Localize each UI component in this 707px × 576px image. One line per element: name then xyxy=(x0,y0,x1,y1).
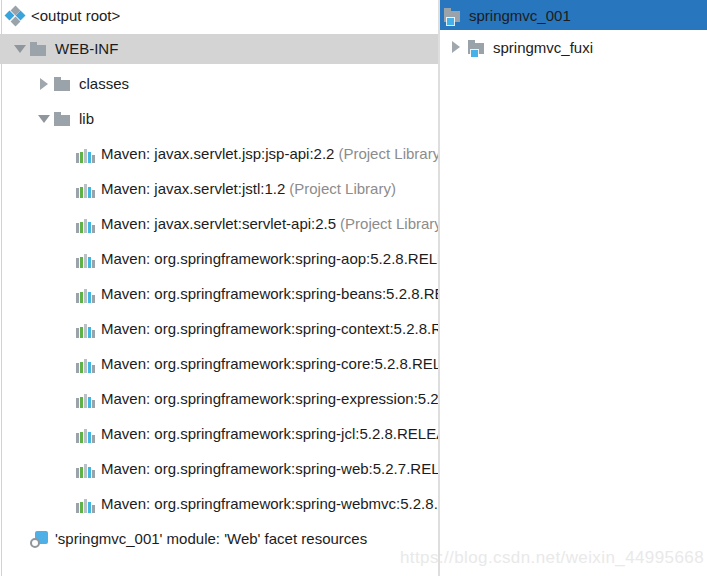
tree-row[interactable]: Maven: org.springframework:spring-contex… xyxy=(0,311,438,346)
node-label: Maven: javax.servlet.jsp:jsp-api:2.2 xyxy=(101,145,334,162)
tree-row[interactable]: Maven: org.springframework:spring-webmvc… xyxy=(0,486,438,521)
node-label: Maven: javax.servlet:jstl:1.2 xyxy=(101,180,285,197)
library-icon xyxy=(76,355,95,373)
node-label: Maven: javax.servlet:servlet-api:2.5 xyxy=(101,215,336,232)
tree-row[interactable]: lib xyxy=(0,101,438,136)
chevron-expanded-icon[interactable] xyxy=(34,101,54,136)
tree-row[interactable]: Maven: org.springframework:spring-aop:5.… xyxy=(0,241,438,276)
node-label: Maven: org.springframework:spring-webmvc… xyxy=(101,495,438,512)
tree-row[interactable]: 'springmvc_001' module: 'Web' facet reso… xyxy=(0,521,438,556)
library-icon xyxy=(76,495,95,513)
folder-icon xyxy=(54,75,73,93)
node-label: Maven: org.springframework:spring-web:5.… xyxy=(101,460,438,477)
node-suffix: (Project Library) xyxy=(340,215,438,232)
node-label: Maven: org.springframework:spring-jcl:5.… xyxy=(101,425,438,442)
tree-row[interactable]: Maven: org.springframework:spring-beans:… xyxy=(0,276,438,311)
chevron-collapsed-icon[interactable] xyxy=(444,30,468,64)
module-icon xyxy=(444,6,463,24)
node-label: Maven: org.springframework:spring-aop:5.… xyxy=(101,250,438,267)
node-label: Maven: org.springframework:spring-contex… xyxy=(101,320,438,337)
node-label: Maven: org.springframework:spring-beans:… xyxy=(101,285,438,302)
tree-row[interactable]: Maven: javax.servlet.jsp:jsp-api:2.2 (Pr… xyxy=(0,136,438,171)
tree-row[interactable]: Maven: org.springframework:spring-web:5.… xyxy=(0,451,438,486)
library-icon xyxy=(76,320,95,338)
tree-row[interactable]: Maven: org.springframework:spring-jcl:5.… xyxy=(0,416,438,451)
module-icon xyxy=(468,38,487,56)
tree-row[interactable]: Maven: org.springframework:spring-core:5… xyxy=(0,346,438,381)
chevron-expanded-icon[interactable] xyxy=(10,31,30,66)
library-icon xyxy=(76,460,95,478)
output-layout-tree: <output root> WEB-INF classes lib Maven:… xyxy=(0,0,438,576)
folder-icon xyxy=(30,40,49,58)
available-elements-tree: springmvc_001 springmvc_fuxi xyxy=(440,0,707,576)
tree-row[interactable]: classes xyxy=(0,66,438,101)
chevron-collapsed-icon[interactable] xyxy=(34,66,54,101)
tree-row[interactable]: WEB-INF xyxy=(0,31,438,66)
node-label: classes xyxy=(79,75,129,92)
library-icon xyxy=(76,180,95,198)
library-icon xyxy=(76,285,95,303)
node-label: lib xyxy=(79,110,94,127)
library-icon xyxy=(76,390,95,408)
artifact-output-layout-window: <output root> WEB-INF classes lib Maven:… xyxy=(0,0,707,576)
tree-row[interactable]: springmvc_fuxi xyxy=(440,30,707,64)
node-label: <output root> xyxy=(31,7,120,24)
library-icon xyxy=(76,425,95,443)
node-label: Maven: org.springframework:spring-expres… xyxy=(101,390,438,407)
tree-row[interactable]: <output root> xyxy=(0,0,438,31)
node-label: WEB-INF xyxy=(55,40,118,57)
tree-row[interactable]: Maven: javax.servlet:jstl:1.2 (Project L… xyxy=(0,171,438,206)
tree-row[interactable]: springmvc_001 xyxy=(440,0,707,30)
library-icon xyxy=(76,215,95,233)
node-label: springmvc_fuxi xyxy=(493,39,593,56)
artifact-icon xyxy=(6,7,25,25)
folder-icon xyxy=(54,110,73,128)
web-facet-icon xyxy=(30,530,49,548)
library-icon xyxy=(76,145,95,163)
node-label: springmvc_001 xyxy=(469,7,571,24)
node-label: Maven: org.springframework:spring-core:5… xyxy=(101,355,438,372)
node-suffix: (Project Library) xyxy=(338,145,438,162)
node-suffix: (Project Library) xyxy=(289,180,396,197)
library-icon xyxy=(76,250,95,268)
tree-row[interactable]: Maven: org.springframework:spring-expres… xyxy=(0,381,438,416)
node-label: 'springmvc_001' module: 'Web' facet reso… xyxy=(55,530,367,547)
tree-row[interactable]: Maven: javax.servlet:servlet-api:2.5 (Pr… xyxy=(0,206,438,241)
